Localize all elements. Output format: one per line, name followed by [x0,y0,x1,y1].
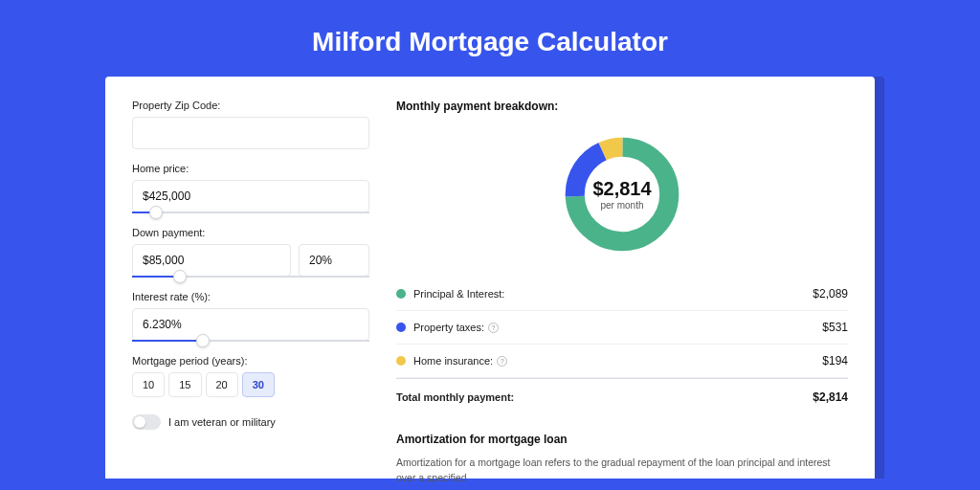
legend-row: Property taxes:?$531 [396,311,848,345]
down-payment-label: Down payment: [132,227,369,238]
veteran-label: I am veteran or military [168,416,276,428]
inputs-column: Property Zip Code: Home price: Down paym… [132,100,369,479]
legend-row: Home insurance:?$194 [396,345,848,378]
legend-dot [396,289,406,299]
home-price-label: Home price: [132,163,369,174]
calculator-card: Property Zip Code: Home price: Down paym… [105,77,875,479]
amortization-body: Amortization for a mortgage loan refers … [396,456,848,486]
home-price-input[interactable] [132,180,369,212]
info-icon[interactable]: ? [497,356,507,367]
period-option-10[interactable]: 10 [132,372,165,397]
interest-rate-label: Interest rate (%): [132,291,369,302]
period-option-15[interactable]: 15 [168,372,201,397]
down-payment-amount-input[interactable] [132,244,291,277]
total-value: $2,814 [813,390,848,404]
legend-dot [396,323,406,332]
donut-amount: $2,814 [592,178,651,200]
period-options: 10152030 [132,372,369,397]
donut-chart: $2,814 per month [396,122,848,266]
legend-dot [396,356,406,366]
slider-thumb[interactable] [149,206,163,219]
donut-sub: per month [592,200,651,211]
legend-label: Property taxes:? [413,322,822,333]
zip-input[interactable] [132,117,369,149]
down-payment-slider[interactable] [132,276,369,278]
down-payment-percent-input[interactable] [299,244,369,277]
period-option-20[interactable]: 20 [206,372,238,397]
slider-thumb[interactable] [196,334,210,347]
period-option-30[interactable]: 30 [242,372,275,397]
breakdown-title: Monthly payment breakdown: [396,100,848,113]
amortization-title: Amortization for mortgage loan [396,433,848,446]
legend-value: $2,089 [813,287,848,301]
slider-thumb[interactable] [173,270,187,283]
interest-rate-input[interactable] [132,308,369,341]
legend-value: $194 [822,354,848,368]
results-column: Monthly payment breakdown: $2,814 per mo… [396,100,848,479]
legend-label: Home insurance:? [413,355,822,367]
info-icon[interactable]: ? [488,323,499,333]
interest-rate-slider[interactable] [132,340,369,342]
total-label: Total monthly payment: [396,391,813,403]
legend-value: $531 [822,321,848,334]
legend-row: Principal & Interest:$2,089 [396,278,848,311]
veteran-toggle[interactable] [132,414,161,430]
legend-label: Principal & Interest: [413,288,813,300]
page-title: Milford Mortgage Calculator [0,0,980,77]
legend: Principal & Interest:$2,089Property taxe… [396,278,848,378]
home-price-slider[interactable] [132,212,369,213]
period-label: Mortgage period (years): [132,355,369,367]
zip-label: Property Zip Code: [132,100,369,111]
